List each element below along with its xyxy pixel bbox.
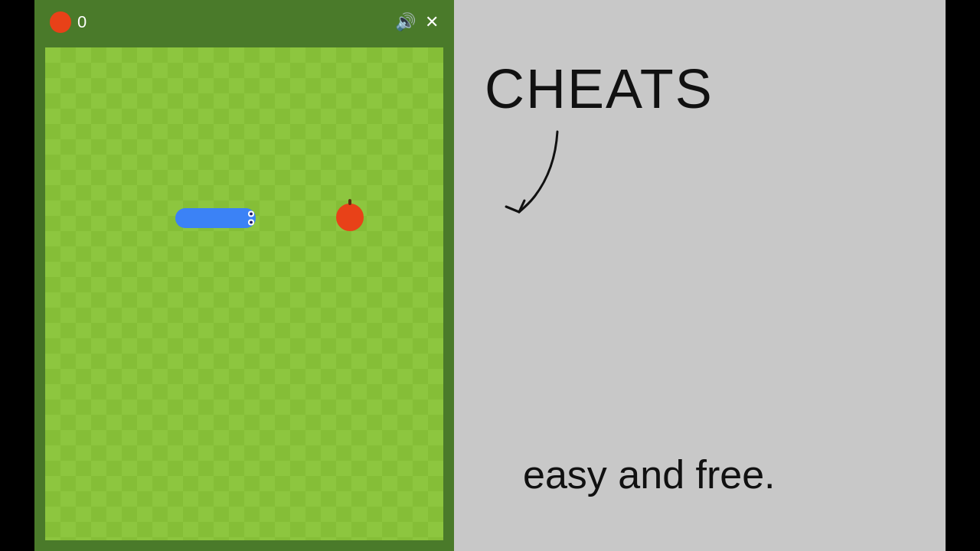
cheats-label: CHEATS [485, 61, 923, 116]
snake-body [175, 208, 256, 228]
apple-icon-title [50, 11, 71, 33]
cheats-arrow-icon [492, 124, 584, 223]
game-board-wrapper [42, 44, 446, 543]
annotation-area: CHEATS easy and free. [454, 0, 946, 551]
close-icon[interactable]: ✕ [425, 12, 439, 32]
titlebar-controls: 🔊 ✕ [395, 12, 439, 32]
arrow-container [492, 124, 923, 227]
easy-free-label: easy and free. [523, 452, 923, 497]
score-label: 0 [77, 12, 395, 32]
snake-eyes [248, 211, 254, 226]
cheats-section: CHEATS [485, 31, 923, 227]
snake-eye-top [248, 211, 254, 217]
black-bar-left [0, 0, 34, 551]
game-board[interactable] [45, 47, 443, 540]
sound-icon[interactable]: 🔊 [395, 12, 416, 32]
snake-eye-bottom [248, 220, 254, 226]
black-bar-right [946, 0, 980, 551]
main-content: 0 🔊 ✕ CHEATS [34, 0, 946, 551]
game-window: 0 🔊 ✕ [34, 0, 454, 551]
game-apple [336, 204, 364, 231]
game-titlebar: 0 🔊 ✕ [42, 0, 446, 44]
